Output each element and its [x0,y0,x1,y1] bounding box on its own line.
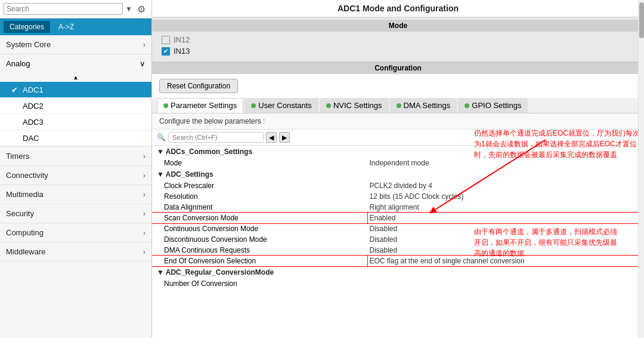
chevron-right-icon: › [143,190,145,199]
check-icon: ✔ [10,85,19,94]
prev-arrow-button[interactable]: ◀ [266,132,277,143]
params-tree-table: ▼ ADCs_Common_Settings Mode Independent … [152,146,644,289]
checkbox-in12[interactable] [162,36,170,44]
tab-dma-label: DMA Settings [404,101,451,110]
tree-label-mode: Mode [152,158,367,168]
tree-value-discontinuous: Disabled [367,234,645,245]
tree-value-alignment: Right alignment [367,202,645,213]
table-row: Scan Conversion Mode Enabled [152,213,644,223]
sidebar-item-adc2[interactable]: ADC2 [0,98,151,114]
table-row: ▼ ADCs_Common_Settings [152,146,644,158]
tree-label-numconv: Number Of Conversion [152,278,367,289]
tab-user-constants-label: User Constants [258,101,312,110]
tab-nvic-settings[interactable]: NVIC Settings [320,98,389,113]
sidebar-item-adc1[interactable]: ✔ ADC1 [0,82,151,98]
mode-section: Mode IN12 ✔ IN13 [152,17,644,62]
table-row: Discontinuous Conversion Mode Disabled [152,234,644,245]
sidebar-search-bar: ▼ ⚙ [0,0,151,19]
tree-label-resolution: Resolution [152,191,367,202]
check-icon [10,117,19,127]
analog-header[interactable]: Analog ∨ [0,54,151,73]
table-row: Mode Independent mode [152,158,644,168]
mode-item-in13: ✔ IN13 [162,45,634,57]
sidebar-item-timers[interactable]: Timers › [0,147,151,166]
chevron-down-icon: ∨ [140,59,145,68]
tab-dot-icon [397,103,401,108]
sidebar-item-middleware[interactable]: Middleware › [0,242,151,262]
nav-arrows: ◀ ▶ [266,132,290,143]
tree-value-mode: Independent mode [367,158,645,168]
dropdown-arrow[interactable]: ▼ [125,5,132,13]
tab-gpio-label: GPIO Settings [472,101,521,110]
table-row: DMA Continuous Requests Disabled [152,245,644,256]
tree-value-eoc: EOC flag at the end of single channel co… [367,256,645,266]
tab-categories[interactable]: Categories [4,21,50,33]
mode-header: Mode [152,20,644,32]
table-row: Data Alignment Right alignment [152,202,644,213]
sidebar-label-system-core: System Core [6,40,51,49]
tab-gpio-settings[interactable]: GPIO Settings [458,98,528,113]
sidebar-label-computing: Computing [6,228,44,237]
tab-parameter-settings[interactable]: Parameter Settings [157,98,243,113]
gear-button[interactable]: ⚙ [135,2,148,16]
sidebar-label-security: Security [6,209,34,218]
tree-section-label: ▼ ADCs_Common_Settings [152,146,367,158]
adc3-label: ADC3 [23,118,44,127]
tab-dma-settings[interactable]: DMA Settings [390,98,457,113]
mode-item-in12: IN12 [162,34,634,45]
check-icon [10,101,19,110]
tab-dot-icon [326,103,331,108]
table-row: ▼ ADC_Regular_ConversionMode [152,266,644,278]
tab-az[interactable]: A->Z [52,21,80,33]
tab-user-constants[interactable]: User Constants [244,98,318,113]
checkbox-in13[interactable]: ✔ [162,47,170,56]
sidebar-search-input[interactable] [4,3,123,15]
tab-parameter-label: Parameter Settings [171,101,237,110]
table-row: ▼ ADC_Settings [152,168,644,180]
tree-value-scan: Enabled [367,213,645,223]
sidebar-label-timers: Timers [6,152,29,161]
analog-label: Analog [6,59,30,68]
sidebar-item-dac[interactable]: DAC [0,130,151,146]
tree-label-continuous: Continuous Conversion Mode [152,223,367,234]
dac-label: DAC [23,134,39,143]
scrollbar[interactable] [638,0,644,338]
sidebar-item-multimedia[interactable]: Multimedia › [0,185,151,204]
sidebar-label-connectivity: Connectivity [6,171,48,180]
table-row: Number Of Conversion [152,278,644,289]
params-header: Configure the below parameters : [152,113,644,130]
sidebar-label-multimedia: Multimedia [6,190,44,199]
tree-label-clock: Clock Prescaler [152,180,367,191]
sidebar-item-analog: Analog ∨ ▲ ✔ ADC1 ADC2 ADC3 DAC [0,54,151,147]
adc1-label: ADC1 [23,85,44,94]
sidebar-item-system-core[interactable]: System Core › [0,35,151,54]
chevron-right-icon: › [143,152,145,161]
table-row: Resolution 12 bits (15 ADC Clock cycles) [152,191,644,202]
sidebar-item-computing[interactable]: Computing › [0,223,151,242]
sidebar-item-connectivity[interactable]: Connectivity › [0,166,151,185]
adc2-label: ADC2 [23,102,44,110]
tab-dot-icon [251,103,256,108]
reset-configuration-button[interactable]: Reset Configuration [159,79,238,93]
tree-label-alignment: Data Alignment [152,202,367,213]
in12-label: IN12 [174,35,190,44]
next-arrow-button[interactable]: ▶ [279,132,290,143]
params-search-input[interactable] [168,132,264,143]
scroll-up-indicator[interactable]: ▲ [0,73,151,82]
config-header: Configuration [152,62,644,74]
chevron-right-icon: › [143,41,145,49]
table-row: Continuous Conversion Mode Disabled [152,223,644,234]
chevron-right-icon: › [143,248,145,256]
config-tabs: Parameter Settings User Constants NVIC S… [152,98,644,113]
tree-value-cell [367,146,645,158]
sidebar-item-adc3[interactable]: ADC3 [0,114,151,130]
search-icon: 🔍 [157,133,166,142]
in13-label: IN13 [174,47,190,56]
chevron-right-icon: › [143,171,145,180]
table-row: End Of Conversion Selection EOC flag at … [152,256,644,266]
sidebar-item-security[interactable]: Security › [0,204,151,223]
tree-section-label: ▼ ADC_Regular_ConversionMode [152,266,367,278]
tree-label-discontinuous: Discontinuous Conversion Mode [152,234,367,245]
sidebar: ▼ ⚙ Categories A->Z System Core › Analog… [0,0,152,338]
tree-value-clock: PCLK2 divided by 4 [367,180,645,191]
